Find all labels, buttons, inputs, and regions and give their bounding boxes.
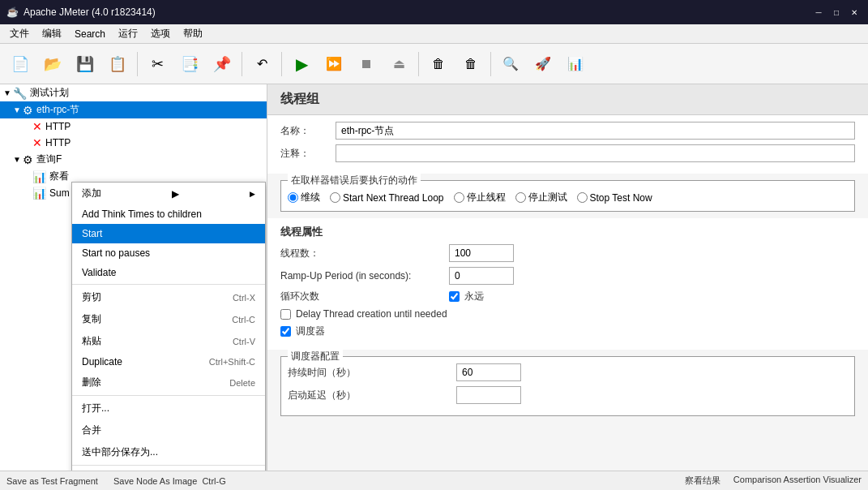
comment-label: 注释： (280, 147, 329, 161)
undo-button[interactable]: ↶ (246, 49, 277, 80)
copy-button[interactable]: 📑 (174, 49, 205, 80)
start-delay-input[interactable] (456, 386, 521, 404)
infinite-checkbox[interactable]: 永远 (449, 290, 484, 303)
loop-row: 循环次数 永远 (280, 290, 855, 303)
ctx-save-node-image[interactable]: Save Node As Image Ctrl-G (72, 467, 265, 471)
ctx-add[interactable]: 添加 ▶ (72, 183, 265, 204)
status-save-fragment[interactable]: Save as Test Fragment (6, 476, 98, 486)
clear-button[interactable]: 🗑 (423, 49, 454, 80)
panel-title: 线程组 (267, 84, 868, 115)
radio-start-next[interactable]: Start Next Thread Loop (330, 192, 444, 204)
ctx-save-selection[interactable]: 送中部分保存为... (72, 441, 265, 463)
cut-button[interactable]: ✂ (142, 49, 173, 80)
radio-stop-test-now[interactable]: Stop Test Now (577, 192, 652, 204)
name-input[interactable] (336, 122, 855, 140)
menu-file[interactable]: 文件 (3, 24, 36, 43)
shutdown-button[interactable]: ⏏ (383, 49, 414, 80)
ctx-label: Add Think Times to children (82, 208, 202, 220)
status-viewer: 察看结果 (685, 475, 720, 487)
ctx-shortcut: Ctrl+Shift-C (209, 357, 255, 367)
maximize-button[interactable]: □ (829, 5, 844, 19)
tree-item-label: 察看 (49, 170, 69, 183)
duration-label: 持续时间（秒） (288, 366, 450, 380)
ctx-paste[interactable]: 粘贴 Ctrl-V (72, 330, 265, 352)
tree-item-eth-rpc[interactable]: ▼ ⚙ eth-rpc-节 (0, 101, 267, 118)
ctx-label: 剪切 (82, 290, 101, 304)
stop-button[interactable]: ⏹ (351, 49, 382, 80)
expand-icon: ▼ (13, 105, 23, 114)
save-button[interactable]: 💾 (70, 49, 100, 80)
open-button[interactable]: 📂 (37, 49, 68, 80)
comment-input[interactable] (336, 144, 855, 162)
menu-search[interactable]: Search (68, 24, 112, 43)
ctx-delete[interactable]: 删除 Delete (72, 372, 265, 393)
menu-run[interactable]: 运行 (112, 24, 144, 43)
tree-item-http2[interactable]: ✕ HTTP (0, 135, 267, 151)
tree-item-http1[interactable]: ✕ HTTP (0, 118, 267, 135)
start-delay-label: 启动延迟（秒） (288, 389, 450, 402)
ctx-add-think-times[interactable]: Add Think Times to children (72, 204, 265, 224)
ctx-copy[interactable]: 复制 Ctrl-C (72, 308, 265, 330)
infinite-checkbox-input[interactable] (449, 291, 460, 302)
start-button[interactable]: ▶ (286, 49, 317, 80)
status-comparison: Comparison Assertion Visualizer (733, 475, 862, 487)
duration-input[interactable] (456, 363, 521, 381)
main-layout: ▼ 🔧 测试计划 ▼ ⚙ eth-rpc-节 ✕ HTTP ✕ HTTP ▼ ⚙… (0, 84, 868, 471)
ctx-start-no-pauses[interactable]: Start no pauses (72, 243, 265, 263)
close-button[interactable]: ✕ (847, 5, 862, 19)
radio-stop-thread-input[interactable] (454, 192, 464, 203)
eth-rpc-icon: ⚙ (23, 104, 33, 117)
http2-icon: ✕ (32, 136, 42, 149)
scheduler-checkbox-input[interactable] (280, 326, 291, 337)
ctx-cut[interactable]: 剪切 Ctrl-X (72, 286, 265, 308)
ctx-open[interactable]: 打开... (72, 398, 265, 419)
ctx-duplicate[interactable]: Duplicate Ctrl+Shift-C (72, 352, 265, 372)
start-nopause-button[interactable]: ⏩ (319, 49, 349, 80)
radio-stop-test-input[interactable] (515, 192, 526, 203)
radio-stop-thread[interactable]: 停止线程 (454, 191, 506, 204)
delay-checkbox-input[interactable] (280, 309, 291, 320)
ctx-validate[interactable]: Validate (72, 263, 265, 282)
new-button[interactable]: 📄 (5, 49, 36, 80)
toolbar: 📄 📂 💾 📋 ✂ 📑 📌 ↶ ▶ ⏩ ⏹ ⏏ 🗑 🗑 🔍 🚀 📊 (0, 44, 868, 84)
ctx-shortcut: Delete (229, 378, 255, 388)
tree-item-query[interactable]: ▼ ⚙ 查询F (0, 151, 267, 168)
ctx-label: 合并 (82, 423, 101, 437)
start-delay-row: 启动延迟（秒） (288, 386, 848, 404)
browse-button[interactable]: 🔍 (495, 49, 526, 80)
rampup-input[interactable] (449, 267, 514, 285)
radio-start-next-input[interactable] (330, 192, 340, 203)
listener2-icon: 📊 (32, 187, 46, 200)
radio-stop-test-now-label: Stop Test Now (590, 192, 652, 204)
status-right: 察看结果 Comparison Assertion Visualizer (678, 475, 868, 487)
ctx-shortcut: Ctrl-X (233, 293, 255, 303)
status-left: Save as Test Fragment Save Node As Image… (0, 476, 678, 486)
scheduler-section-title: 调度器配置 (288, 350, 343, 363)
menu-options[interactable]: 选项 (144, 24, 177, 43)
thread-section: 线程属性 线程数： Ramp-Up Period (in seconds): 循… (267, 218, 868, 350)
clearall-button[interactable]: 🗑 (455, 49, 486, 80)
name-section: 名称： 注释： (267, 115, 868, 174)
remoterun-button[interactable]: 🚀 (528, 49, 558, 80)
tree-item-label: Sum (49, 187, 70, 199)
action-radio-group: 维续 Start Next Thread Loop 停止线程 停止测试 Stop… (288, 187, 848, 204)
status-bar: Save as Test Fragment Save Node As Image… (0, 471, 868, 490)
infinite-label: 永远 (464, 290, 484, 303)
loop-label: 循环次数 (280, 290, 443, 303)
minimize-button[interactable]: ─ (811, 5, 826, 19)
thread-count-input[interactable] (449, 244, 514, 262)
ctx-label: Validate (82, 267, 116, 278)
status-save-node[interactable]: Save Node As Image Ctrl-G (113, 476, 226, 486)
radio-stop-test[interactable]: 停止测试 (515, 191, 567, 204)
template-button[interactable]: 📊 (560, 49, 591, 80)
ctx-merge[interactable]: 合并 (72, 419, 265, 441)
paste-button[interactable]: 📌 (207, 49, 237, 80)
radio-continue[interactable]: 维续 (288, 191, 320, 204)
radio-continue-input[interactable] (288, 192, 298, 203)
radio-stop-test-now-input[interactable] (577, 192, 588, 203)
saveas-button[interactable]: 📋 (102, 49, 133, 80)
menu-help[interactable]: 帮助 (177, 24, 209, 43)
tree-item-test-plan[interactable]: ▼ 🔧 测试计划 (0, 84, 267, 101)
menu-edit[interactable]: 编辑 (36, 24, 68, 43)
ctx-start[interactable]: Start (72, 224, 265, 243)
